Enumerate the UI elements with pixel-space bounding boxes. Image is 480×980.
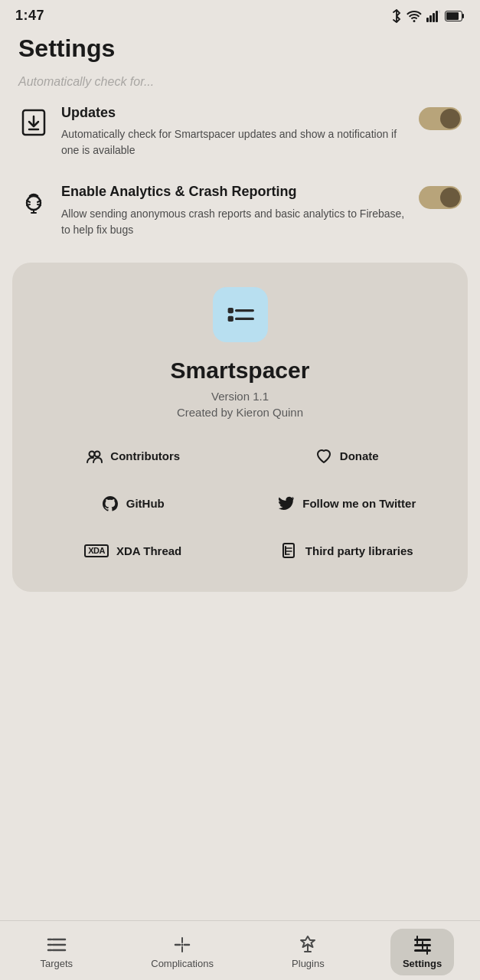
bluetooth-icon [391,9,402,23]
donate-button[interactable]: Donate [245,437,450,475]
page-title: Settings [18,34,462,63]
setting-updates-desc: Automatically check for Smartspacer upda… [61,126,407,158]
battery-icon [445,11,465,21]
targets-label: Targets [40,958,73,969]
complications-icon [172,935,192,955]
svg-rect-6 [446,12,459,20]
svg-rect-0 [426,18,429,22]
svg-rect-18 [227,308,233,313]
contributors-icon [86,448,103,465]
svg-point-37 [181,944,184,946]
signal-icon [426,10,440,22]
libraries-label: Third party libraries [305,544,413,557]
plugins-label: Plugins [292,958,325,969]
wifi-icon [407,10,422,22]
nav-complications[interactable]: Complications [139,929,226,975]
setting-analytics-text: Enable Analytics & Crash Reporting Allow… [61,183,407,237]
svg-rect-4 [439,10,440,13]
nav-plugins[interactable]: Plugins [277,929,338,975]
download-icon [18,107,49,138]
twitter-button[interactable]: Follow me on Twitter [245,485,450,523]
plugins-icon [298,935,318,955]
svg-point-23 [95,451,100,456]
svg-rect-1 [429,15,432,22]
settings-content: Updates Automatically check for Smartspa… [0,92,480,727]
xda-button[interactable]: XDA XDA Thread [31,532,236,570]
setting-analytics-desc: Allow sending anonymous crash reports an… [61,206,407,238]
page-header: Settings [0,28,480,75]
svg-line-15 [38,204,41,205]
xda-label: XDA Thread [116,544,181,557]
setting-updates-title: Updates [61,104,407,122]
about-card: Smartspacer Version 1.1 Created by Kiero… [12,263,468,592]
setting-updates: Updates Automatically check for Smartspa… [0,92,480,171]
svg-rect-2 [433,13,435,22]
github-icon [102,495,119,512]
github-label: GitHub [126,497,165,510]
contributors-button[interactable]: Contributors [31,437,236,475]
xda-icon: XDA [84,544,109,557]
updates-toggle[interactable] [419,107,462,130]
nav-settings[interactable]: Settings [390,929,454,975]
nav-targets[interactable]: Targets [26,929,87,975]
app-icon [213,287,268,342]
svg-rect-19 [227,316,233,322]
setting-analytics-title: Enable Analytics & Crash Reporting [61,183,407,201]
twitter-icon [278,495,295,512]
settings-icon [413,935,433,955]
donate-label: Donate [340,449,379,462]
setting-updates-text: Updates Automatically check for Smartspa… [61,104,407,158]
svg-point-11 [27,196,41,210]
complications-label: Complications [151,958,214,969]
targets-icon [47,935,67,955]
svg-point-22 [90,451,95,456]
svg-rect-47 [414,949,431,952]
app-name: Smartspacer [171,358,310,384]
bug-icon [18,186,49,217]
status-bar: 1:47 [0,0,480,28]
svg-rect-29 [285,546,286,555]
contributors-label: Contributors [110,449,180,462]
status-time: 1:47 [15,8,44,24]
settings-label: Settings [403,958,442,969]
app-creator: Created by Kieron Quinn [177,406,303,419]
setting-analytics: Enable Analytics & Crash Reporting Allow… [0,171,480,250]
action-buttons: Contributors Donate GitHub [31,437,449,570]
bottom-nav: Targets Complications Plugins [0,920,480,980]
svg-rect-7 [462,14,464,18]
svg-rect-3 [436,11,438,22]
svg-line-13 [27,204,30,205]
app-version: Version 1.1 [211,390,269,403]
scroll-hint: Automatically check for... [0,75,480,92]
analytics-toggle[interactable] [419,186,462,209]
status-icons [391,9,465,23]
library-icon [281,543,298,560]
github-button[interactable]: GitHub [31,485,236,523]
libraries-button[interactable]: Third party libraries [245,532,450,570]
twitter-label: Follow me on Twitter [302,497,416,510]
heart-icon [315,448,332,465]
